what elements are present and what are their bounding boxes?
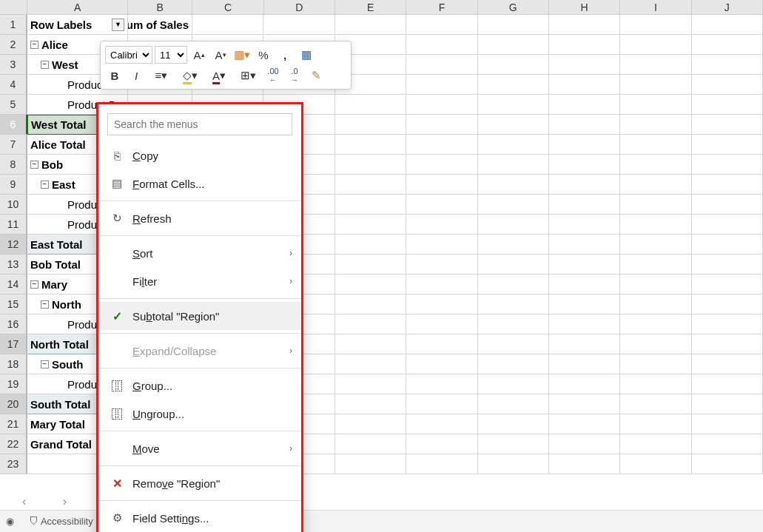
- cell[interactable]: [692, 35, 763, 55]
- cell[interactable]: [478, 155, 549, 175]
- menu-item[interactable]: ⿲Group...: [98, 371, 301, 400]
- cell[interactable]: [406, 394, 477, 414]
- cell[interactable]: [620, 434, 691, 454]
- format-painter-icon[interactable]: ✎: [306, 67, 326, 84]
- cell[interactable]: [478, 374, 549, 394]
- cell[interactable]: [335, 434, 406, 454]
- cell[interactable]: [549, 314, 620, 334]
- merge-icon[interactable]: ▦: [297, 46, 316, 64]
- menu-search-input[interactable]: [107, 113, 292, 135]
- cell[interactable]: [549, 175, 620, 195]
- cell[interactable]: [620, 394, 691, 414]
- cell[interactable]: [406, 175, 477, 195]
- collapse-icon[interactable]: −: [41, 61, 49, 69]
- cell[interactable]: [692, 235, 763, 255]
- decrease-font-icon[interactable]: A▾: [211, 46, 230, 64]
- menu-item[interactable]: ⎘Copy: [98, 141, 301, 169]
- cell[interactable]: [692, 414, 763, 434]
- cell[interactable]: [478, 275, 549, 294]
- cell[interactable]: [692, 275, 763, 294]
- row-header[interactable]: 9: [0, 175, 27, 195]
- cell[interactable]: [692, 434, 763, 454]
- cell[interactable]: [478, 115, 549, 135]
- cell[interactable]: [620, 235, 691, 255]
- cell[interactable]: [692, 175, 763, 195]
- row-header[interactable]: 17: [0, 334, 27, 354]
- menu-item[interactable]: Filter›: [98, 267, 301, 295]
- menu-item[interactable]: ⚙Field Settings...: [98, 504, 301, 532]
- row-header[interactable]: 16: [0, 314, 27, 334]
- scroll-left-icon[interactable]: ‹: [22, 495, 26, 508]
- row-header[interactable]: 22: [0, 434, 27, 454]
- menu-item[interactable]: ▤Format Cells...: [98, 169, 301, 198]
- cell[interactable]: [549, 95, 620, 115]
- cell[interactable]: [406, 334, 477, 354]
- cell[interactable]: [335, 235, 406, 255]
- cell[interactable]: [549, 414, 620, 434]
- cell[interactable]: [478, 135, 549, 155]
- cell[interactable]: [549, 394, 620, 414]
- cell[interactable]: [692, 374, 763, 394]
- cell[interactable]: [620, 454, 691, 474]
- cell[interactable]: [620, 155, 691, 175]
- row-header[interactable]: 8: [0, 155, 27, 175]
- font-name-select[interactable]: Calibri: [105, 46, 152, 64]
- cell[interactable]: [692, 454, 763, 474]
- row-header[interactable]: 12: [0, 235, 27, 255]
- cell[interactable]: [406, 135, 477, 155]
- cell[interactable]: [620, 175, 691, 195]
- cell[interactable]: [692, 15, 763, 35]
- menu-item[interactable]: Move›: [98, 434, 301, 462]
- cell[interactable]: [692, 394, 763, 414]
- cell[interactable]: [478, 75, 549, 95]
- cell[interactable]: [192, 15, 263, 35]
- row-header[interactable]: 5: [0, 95, 27, 115]
- cell[interactable]: [549, 195, 620, 215]
- cell[interactable]: [478, 334, 549, 354]
- cell[interactable]: [406, 255, 477, 275]
- cell[interactable]: [335, 354, 406, 374]
- cell[interactable]: [692, 155, 763, 175]
- col-header-H[interactable]: H: [549, 0, 620, 14]
- cell[interactable]: [478, 294, 549, 314]
- accounting-format-icon[interactable]: ▦▾: [232, 46, 252, 64]
- row-header[interactable]: 23: [0, 454, 27, 474]
- cell[interactable]: [478, 434, 549, 454]
- cell[interactable]: [478, 35, 549, 55]
- cell[interactable]: [692, 255, 763, 275]
- cell[interactable]: [335, 275, 406, 294]
- cell[interactable]: [549, 374, 620, 394]
- cell[interactable]: [620, 334, 691, 354]
- cell[interactable]: [478, 394, 549, 414]
- cell[interactable]: [549, 135, 620, 155]
- cell[interactable]: [406, 115, 477, 135]
- cell[interactable]: [692, 115, 763, 135]
- cell[interactable]: [620, 195, 691, 215]
- cell[interactable]: [692, 314, 763, 334]
- cell[interactable]: [478, 95, 549, 115]
- col-header-D[interactable]: D: [264, 0, 335, 14]
- cell[interactable]: [335, 215, 406, 235]
- cell[interactable]: [620, 55, 691, 75]
- row-header[interactable]: 19: [0, 374, 27, 394]
- cell[interactable]: [549, 255, 620, 275]
- cell[interactable]: [620, 215, 691, 235]
- collapse-icon[interactable]: −: [41, 360, 49, 368]
- cell[interactable]: [549, 334, 620, 354]
- cell[interactable]: [406, 294, 477, 314]
- cell[interactable]: [335, 115, 406, 135]
- row-header[interactable]: 6: [0, 115, 27, 135]
- cell[interactable]: [549, 115, 620, 135]
- cell[interactable]: [692, 354, 763, 374]
- cell[interactable]: [549, 15, 620, 35]
- row-header[interactable]: 10: [0, 195, 27, 215]
- cell[interactable]: [549, 434, 620, 454]
- cell[interactable]: [549, 275, 620, 294]
- italic-button[interactable]: I: [127, 67, 146, 84]
- cell[interactable]: [620, 75, 691, 95]
- comma-icon[interactable]: ,: [275, 46, 295, 64]
- col-header-C[interactable]: C: [192, 0, 263, 14]
- cell[interactable]: [620, 294, 691, 314]
- row-header[interactable]: 3: [0, 55, 27, 75]
- cell[interactable]: [335, 155, 406, 175]
